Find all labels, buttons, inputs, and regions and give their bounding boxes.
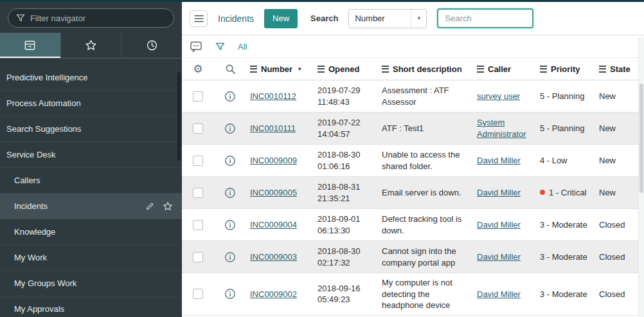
caller-link[interactable]: David Miller	[477, 289, 521, 299]
breadcrumb-all-link[interactable]: All	[238, 42, 247, 51]
state-cell: New	[595, 119, 644, 138]
sidebar-item-my-groups-work[interactable]: My Groups Work	[0, 271, 182, 296]
speech-bubble-icon	[190, 41, 202, 53]
priority-cell: 3 - Moderate	[536, 215, 595, 235]
column-header-caller[interactable]: Caller	[473, 64, 536, 74]
column-menu-icon[interactable]	[250, 66, 257, 73]
opened-cell: 2018-08-30 02:17:32	[314, 242, 378, 272]
scrollbar-thumb[interactable]	[640, 84, 643, 193]
filter-navigator-input[interactable]	[30, 14, 166, 23]
row-checkbox[interactable]	[193, 123, 203, 134]
column-menu-icon[interactable]	[599, 66, 606, 73]
edit-module-icon[interactable]	[145, 201, 155, 211]
incident-number-link[interactable]: INC0010111	[250, 123, 296, 133]
favorite-star-icon[interactable]	[163, 201, 173, 212]
column-header-label: Priority	[551, 64, 580, 74]
info-icon[interactable]	[224, 219, 236, 231]
sidebar-item-label: My Groups Work	[14, 278, 76, 288]
tab-all-applications[interactable]	[0, 33, 61, 58]
personalize-list-gear-button[interactable]: ⚙	[182, 64, 214, 75]
info-icon[interactable]	[224, 155, 236, 167]
incident-number-link[interactable]: INC0009002	[250, 289, 297, 299]
filter-navigator-wrap	[0, 2, 182, 33]
tab-history[interactable]	[121, 33, 182, 58]
sidebar-item-my-work[interactable]: My Work	[0, 245, 182, 271]
table-row: INC0009002 2018-09-16 05:49:23 My comput…	[182, 273, 644, 316]
info-icon[interactable]	[224, 251, 236, 263]
caller-cell: survey user	[473, 87, 536, 106]
number-cell: INC0010111	[246, 119, 314, 138]
sidebar-item-label: Knowledge	[14, 227, 55, 237]
sidebar-item-search-suggestions[interactable]: Search Suggestions	[0, 116, 182, 142]
row-checkbox[interactable]	[193, 156, 203, 166]
row-checkbox[interactable]	[193, 252, 203, 262]
sidebar-item-process-automation[interactable]: Process Automation	[0, 91, 182, 116]
sidebar-item-my-approvals[interactable]: My Approvals	[0, 296, 182, 317]
filter-navigator-box[interactable]	[8, 8, 174, 28]
preview-cell	[214, 215, 246, 235]
column-menu-icon[interactable]	[382, 66, 389, 73]
priority-cell: 5 - Planning	[536, 87, 595, 106]
incident-number-link[interactable]: INC0009004	[250, 220, 297, 230]
info-icon[interactable]	[224, 288, 236, 300]
sidebar-item-knowledge[interactable]: Knowledge	[0, 219, 182, 245]
navigator-menu: Predictive Intelligence Process Automati…	[0, 65, 182, 317]
checkbox-cell	[182, 248, 214, 266]
column-header-priority[interactable]: Priority	[536, 64, 595, 74]
row-checkbox[interactable]	[193, 188, 203, 198]
column-header-label: Opened	[328, 64, 359, 74]
column-header-short-description[interactable]: Short description	[378, 64, 473, 74]
sidebar-scrollbar[interactable]	[177, 71, 181, 160]
column-menu-icon[interactable]	[318, 66, 325, 73]
list-search-input[interactable]	[437, 8, 533, 28]
column-header-opened[interactable]: Opened	[314, 64, 378, 74]
new-record-button[interactable]: New	[264, 9, 298, 28]
caller-link[interactable]: David Miller	[477, 220, 521, 230]
incident-number-link[interactable]: INC0009003	[250, 252, 297, 262]
table-row: INC0009004 2018-09-01 06:13:30 Defect tr…	[182, 209, 644, 241]
incident-number-link[interactable]: INC0009005	[250, 188, 297, 197]
incident-number-link[interactable]: INC0010112	[250, 91, 296, 101]
sidebar-item-incidents[interactable]: Incidents	[0, 194, 182, 219]
filter-button[interactable]	[215, 42, 225, 51]
opened-cell: 2018-09-16 05:49:23	[314, 279, 378, 309]
checkbox-cell	[182, 87, 214, 105]
sidebar-item-callers[interactable]: Callers	[0, 168, 182, 194]
column-menu-icon[interactable]	[477, 66, 484, 73]
row-checkbox[interactable]	[193, 220, 203, 230]
caller-link[interactable]: David Miller	[477, 188, 521, 197]
caller-link[interactable]: System Administrator	[477, 118, 526, 139]
all-applications-icon	[24, 39, 36, 51]
caller-link[interactable]: David Miller	[477, 252, 521, 262]
list-breadcrumb-bar: All	[182, 35, 644, 57]
priority-value: 3 - Moderate	[540, 251, 587, 263]
info-icon[interactable]	[224, 91, 236, 102]
opened-cell: 2019-07-29 11:48:43	[314, 81, 378, 111]
column-header-state[interactable]: State	[595, 64, 644, 74]
app-window: Predictive Intelligence Process Automati…	[0, 2, 644, 317]
row-checkbox[interactable]	[193, 289, 203, 299]
info-icon[interactable]	[224, 123, 236, 134]
caller-link[interactable]: David Miller	[477, 156, 521, 165]
tab-favorites[interactable]	[61, 33, 122, 58]
priority-critical-dot	[540, 190, 545, 195]
list-header-row: ⚙ Number▼OpenedShort descriptionCallerPr…	[182, 57, 644, 80]
row-checkbox[interactable]	[193, 91, 203, 102]
state-cell: Closed	[595, 215, 644, 235]
sidebar-item-service-desk[interactable]: Service Desk	[0, 142, 182, 168]
info-icon[interactable]	[224, 187, 236, 199]
navigator-sidebar: Predictive Intelligence Process Automati…	[0, 2, 182, 317]
list-search-toggle-button[interactable]	[214, 64, 246, 75]
caller-cell: David Miller	[473, 183, 536, 203]
caller-link[interactable]: survey user	[477, 91, 520, 101]
list-activity-button[interactable]	[190, 41, 202, 53]
column-header-number[interactable]: Number▼	[246, 64, 314, 74]
incident-number-link[interactable]: INC0009009	[250, 156, 297, 165]
list-context-menu-button[interactable]	[190, 10, 208, 27]
column-menu-icon[interactable]	[540, 66, 547, 73]
short-description-cell: Cannot sign into the company portal app	[378, 242, 473, 272]
funnel-icon	[215, 42, 225, 51]
search-field-select[interactable]: Number ▼	[348, 9, 427, 28]
sidebar-item-predictive-intelligence[interactable]: Predictive Intelligence	[0, 65, 182, 91]
list-scrollbar[interactable]	[638, 37, 644, 317]
